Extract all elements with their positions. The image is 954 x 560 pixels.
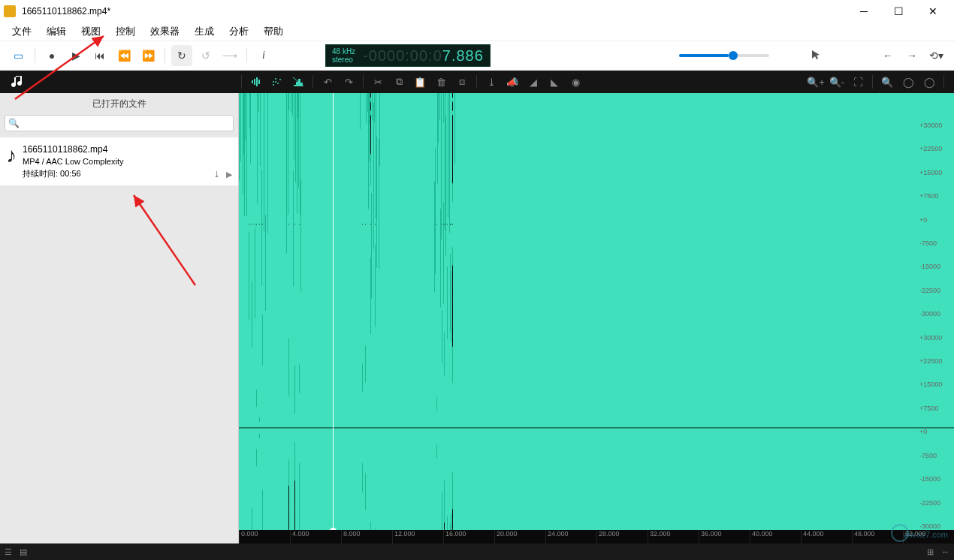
effect-button[interactable]: ◉: [566, 73, 584, 91]
track-icon[interactable]: [8, 71, 30, 93]
time-positive: 7.886: [442, 47, 484, 64]
file-item[interactable]: ♪ 1665110118862.mp4 MP4 / AAC Low Comple…: [0, 137, 238, 185]
tool-b-button[interactable]: ◯: [920, 73, 938, 91]
history-button[interactable]: ⟲▾: [925, 45, 946, 66]
delete-button[interactable]: 🗑: [432, 73, 450, 91]
time-counter: -0000:00:07.886: [363, 47, 484, 65]
zoom-selection-button[interactable]: 🔍: [878, 73, 896, 91]
forward-button[interactable]: ⏩: [137, 45, 158, 66]
fade-in-icon[interactable]: ◢: [524, 73, 542, 91]
search-icon: 🔍: [8, 118, 20, 128]
expand-icon[interactable]: ↔: [941, 547, 949, 556]
sidebar: 已打开的文件 🔍 ♪ 1665110118862.mp4 MP4 / AAC L…: [0, 93, 239, 543]
play-button[interactable]: ▶: [65, 45, 86, 66]
time-ruler[interactable]: 0.0004.0008.00012.00016.00020.00024.0002…: [239, 530, 954, 543]
paste-button[interactable]: 📋: [411, 73, 429, 91]
main-area: 已打开的文件 🔍 ♪ 1665110118862.mp4 MP4 / AAC L…: [0, 93, 954, 543]
statusbar: ☰ ▤ ⊞ ↔: [0, 543, 954, 560]
redo-button[interactable]: ↷: [340, 73, 358, 91]
spectrogram-icon[interactable]: [289, 73, 307, 91]
menubar: 文件 编辑 视图 控制 效果器 生成 分析 帮助: [0, 23, 954, 41]
window-layout-icon[interactable]: ▭: [8, 45, 29, 66]
loop-button[interactable]: ↻: [171, 45, 192, 66]
menu-help[interactable]: 帮助: [256, 23, 291, 40]
crop-button[interactable]: ⧈: [453, 73, 471, 91]
list-view-icon[interactable]: ☰: [5, 547, 12, 557]
close-button[interactable]: ✕: [916, 0, 950, 23]
import-button[interactable]: ⤓: [482, 73, 500, 91]
spectrum-icon[interactable]: [268, 73, 286, 91]
menu-generate[interactable]: 生成: [187, 23, 222, 40]
titlebar: 1665110118862.mp4* ─ ☐ ✕: [0, 0, 954, 23]
prev-button[interactable]: ⏮: [89, 45, 110, 66]
time-display: 48 kHz stereo -0000:00:07.886: [325, 44, 491, 67]
music-note-icon: ♪: [6, 143, 17, 179]
menu-edit[interactable]: 编辑: [39, 23, 74, 40]
channels: stereo: [332, 56, 355, 64]
zoom-in-button[interactable]: 🔍+: [807, 73, 825, 91]
link-button[interactable]: ⟶: [219, 45, 240, 66]
loop-selection-button[interactable]: ↺: [195, 45, 216, 66]
svg-point-1: [275, 81, 276, 83]
menu-control[interactable]: 控制: [108, 23, 143, 40]
svg-point-5: [275, 78, 276, 80]
mouse-tool-icon[interactable]: [805, 45, 826, 66]
menu-view[interactable]: 视图: [74, 23, 108, 40]
zoom-fit-button[interactable]: ⛶: [849, 73, 867, 91]
panel-icon[interactable]: ▤: [20, 547, 27, 557]
menu-file[interactable]: 文件: [5, 23, 39, 40]
window-title: 1665110118862.mp4*: [22, 6, 847, 17]
cut-button[interactable]: ✂: [369, 73, 387, 91]
file-duration: 持续时间: 00:56: [23, 167, 232, 179]
maximize-button[interactable]: ☐: [881, 0, 916, 23]
audio-info: 48 kHz stereo: [332, 47, 355, 64]
svg-point-4: [273, 81, 274, 83]
layout-icon[interactable]: ⊞: [927, 547, 934, 557]
edit-toolbar: ↶ ↷ ✂ ⧉ 📋 🗑 ⧈ ⤓ 📣 ◢ ◣ ◉ 🔍+ 🔍- ⛶ 🔍 ◯ ◯: [0, 71, 954, 93]
time-negative: -0000:00:0: [363, 47, 442, 64]
fade-out-icon[interactable]: ◣: [545, 73, 563, 91]
tool-a-button[interactable]: ◯: [899, 73, 917, 91]
watermark-text: ww.xz7.com: [904, 530, 948, 539]
svg-point-3: [279, 79, 281, 80]
download-icon[interactable]: ⤓: [213, 170, 220, 179]
share-button[interactable]: 📣: [503, 73, 521, 91]
undo-button[interactable]: ↶: [319, 73, 337, 91]
minimize-button[interactable]: ─: [847, 0, 881, 23]
transport-toolbar: ▭ ● ▶ ⏮ ⏪ ⏩ ↻ ↺ ⟶ i 48 kHz stereo -0000:…: [0, 41, 954, 71]
file-format: MP4 / AAC Low Complexity: [23, 155, 232, 167]
volume-slider[interactable]: [679, 54, 769, 57]
nav-back-button[interactable]: ←: [877, 45, 898, 66]
menu-analyze[interactable]: 分析: [222, 23, 256, 40]
play-file-icon[interactable]: ▶: [226, 170, 232, 179]
menu-effects[interactable]: 效果器: [143, 23, 187, 40]
sample-rate: 48 kHz: [332, 47, 355, 56]
waveform-area[interactable]: +30000+22500+15000+7500+0-7500-15000-225…: [239, 93, 954, 543]
info-button[interactable]: i: [253, 45, 274, 66]
search-input[interactable]: 🔍: [5, 115, 234, 131]
search-field[interactable]: [20, 119, 230, 128]
playhead[interactable]: [333, 93, 334, 530]
file-info: 1665110118862.mp4 MP4 / AAC Low Complexi…: [23, 143, 232, 179]
copy-button[interactable]: ⧉: [390, 73, 408, 91]
nav-forward-button[interactable]: →: [901, 45, 922, 66]
svg-point-2: [277, 83, 279, 84]
app-icon: [4, 5, 16, 17]
zoom-out-button[interactable]: 🔍-: [828, 73, 846, 91]
waveform-bars-icon[interactable]: [247, 73, 265, 91]
rewind-button[interactable]: ⏪: [113, 45, 134, 66]
sidebar-header: 已打开的文件: [0, 93, 238, 115]
record-button[interactable]: ●: [41, 45, 62, 66]
file-name: 1665110118862.mp4: [23, 143, 232, 155]
svg-point-0: [273, 84, 274, 86]
